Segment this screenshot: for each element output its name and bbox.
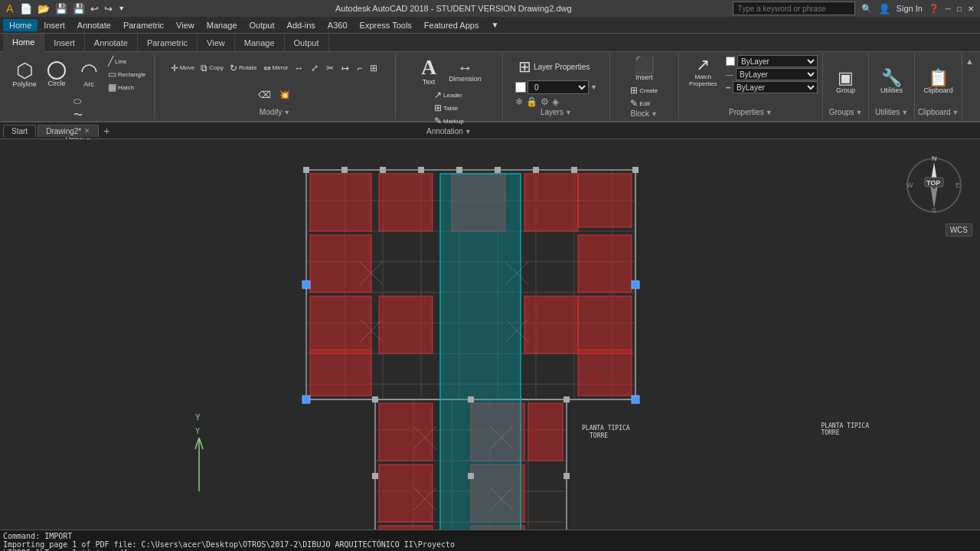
close-drawing-tab[interactable]: ✕ [84, 127, 90, 135]
menu-express-tools[interactable]: Express Tools [354, 19, 418, 31]
hatch-btn[interactable]: ▦Hatch [106, 81, 148, 93]
erase-btn[interactable]: ⌫ [256, 89, 275, 101]
menu-annotate[interactable]: Annotate [71, 19, 117, 31]
copy-btn[interactable]: ⧉Copy [198, 62, 226, 74]
fillet-btn[interactable]: ⌐ [354, 62, 366, 74]
match-properties-btn[interactable]: ↗ Match Properties [684, 55, 724, 89]
scale-btn[interactable]: ⤢ [309, 62, 322, 74]
minimize-btn[interactable]: ─ [946, 5, 951, 13]
add-drawing-tab[interactable]: + [100, 125, 113, 137]
layer-state-icon[interactable]: ⚙ [541, 96, 549, 107]
group-btn[interactable]: ▣ Group [831, 68, 861, 96]
menu-output[interactable]: Output [243, 19, 281, 31]
properties-chevron[interactable]: ▼ [766, 109, 773, 116]
mirror-btn[interactable]: ⇔Mirror [261, 62, 291, 74]
block-label[interactable]: Block [631, 109, 649, 118]
extend-btn[interactable]: ↦ [339, 62, 353, 74]
annotation-label[interactable]: Annotation [426, 127, 463, 135]
modify-label[interactable]: Modify [260, 108, 282, 116]
tab-insert[interactable]: Insert [44, 34, 85, 51]
annotation-chevron[interactable]: ▼ [465, 128, 472, 135]
utilities-btn[interactable]: 🔧 Utilities [877, 68, 907, 96]
drawing2-tab[interactable]: Drawing2* ✕ [38, 125, 99, 137]
line-btn[interactable]: ╱Line [106, 55, 148, 67]
stretch-btn[interactable]: ↔ [292, 62, 307, 74]
tab-output[interactable]: Output [285, 34, 329, 51]
layers-chevron[interactable]: ▼ [565, 109, 572, 116]
ellipse-btn[interactable]: ⬭ [71, 95, 87, 107]
menu-addins[interactable]: Add-ins [281, 19, 322, 31]
command-line-2: Importing page 1 of PDF file: C:\Users\a… [3, 540, 977, 549]
explode-btn[interactable]: 💥 [276, 89, 294, 101]
menu-parametric[interactable]: Parametric [117, 19, 170, 31]
color-dropdown[interactable]: ByLayer [737, 55, 818, 67]
tab-annotate[interactable]: Annotate [85, 34, 138, 51]
utilities-label[interactable]: Utilities [875, 108, 900, 116]
close-btn[interactable]: ✕ [968, 5, 974, 13]
tab-parametric[interactable]: Parametric [138, 34, 198, 51]
layer-properties-btn[interactable]: ⊞ Layer Properties [515, 56, 593, 77]
maximize-btn[interactable]: □ [957, 5, 962, 13]
menu-insert[interactable]: Insert [38, 19, 71, 31]
menu-home[interactable]: Home [3, 19, 38, 31]
clipboard-chevron[interactable]: ▼ [952, 109, 959, 116]
table-btn[interactable]: ⊞Table [432, 102, 466, 114]
drawing-canvas[interactable] [0, 139, 980, 530]
undo-btn[interactable]: ↩ [89, 3, 100, 15]
signin-btn[interactable]: Sign In [897, 4, 923, 13]
saveas-btn[interactable]: 💾 [71, 3, 87, 15]
utilities-chevron[interactable]: ▼ [901, 109, 908, 116]
clipboard-label[interactable]: Clipboard [918, 108, 951, 116]
color-row: ByLayer [726, 55, 818, 67]
polyline-btn[interactable]: ⬡ Polyline [9, 59, 40, 90]
search-icon[interactable]: 🔍 [861, 4, 872, 14]
array-btn[interactable]: ⊞ [368, 62, 381, 74]
groups-label[interactable]: Groups [829, 108, 854, 116]
tab-view[interactable]: View [198, 34, 235, 51]
tab-manage[interactable]: Manage [235, 34, 285, 51]
trim-btn[interactable]: ✂ [324, 62, 338, 74]
mleader-btn[interactable]: ↗Leader [432, 89, 466, 101]
layers-label[interactable]: Layers [541, 108, 564, 116]
layer-dropdown[interactable]: 0 [528, 80, 589, 94]
menu-featured-apps[interactable]: Featured Apps [418, 19, 485, 31]
redo-btn[interactable]: ↪ [103, 3, 114, 15]
qat-dropdown[interactable]: ▼ [116, 5, 126, 12]
create-block-btn[interactable]: ⊞Create [628, 84, 660, 96]
layer-more-icon[interactable]: ◈ [552, 96, 559, 107]
properties-label[interactable]: Properties [729, 108, 764, 116]
block-chevron[interactable]: ▼ [651, 110, 658, 118]
text-btn[interactable]: A Text [413, 55, 444, 87]
groups-chevron[interactable]: ▼ [856, 109, 863, 116]
insert-btn[interactable]: ⬛ Insert [629, 55, 659, 83]
keyword-search[interactable] [733, 2, 855, 15]
dimension-btn[interactable]: ↔ Dimension [446, 58, 485, 84]
linetype-dropdown[interactable]: ByLayer [736, 68, 818, 80]
arc-btn[interactable]: ◠ Arc [74, 59, 104, 90]
circle-btn[interactable]: Circle [41, 60, 72, 89]
menu-view[interactable]: View [170, 19, 201, 31]
save-btn[interactable]: 💾 [54, 3, 69, 15]
freeze-icon[interactable]: ❄ [515, 96, 523, 107]
lock-icon[interactable]: 🔒 [526, 96, 537, 107]
layer-dropdown-arrow[interactable]: ▼ [590, 83, 597, 91]
drawing-area[interactable]: [2D Wireframe] PLANTA TIPICATORRE N S W … [0, 139, 980, 530]
open-btn[interactable]: 📂 [36, 3, 51, 15]
markup-btn[interactable]: ✎Markup [432, 115, 466, 127]
tab-home[interactable]: Home [3, 34, 44, 52]
blockeditor-btn[interactable]: ✎Edit [628, 97, 660, 109]
rect-btn[interactable]: ▭Rectangle [106, 68, 148, 80]
help-btn[interactable]: ❓ [929, 4, 939, 14]
new-btn[interactable]: 📄 [18, 3, 34, 15]
lineweight-dropdown[interactable]: ByLayer [733, 81, 818, 93]
start-tab[interactable]: Start [3, 125, 36, 137]
rotate-btn[interactable]: ↻Rotate [227, 62, 260, 74]
modify-chevron[interactable]: ▼ [283, 109, 290, 116]
menu-more[interactable]: ▼ [485, 19, 505, 31]
move-btn[interactable]: ✛Move [168, 62, 198, 74]
collapse-ribbon-btn[interactable]: ▲ [962, 54, 977, 69]
menu-a360[interactable]: A360 [322, 19, 354, 31]
clipboard-btn[interactable]: 📋 Clipboard [920, 68, 956, 96]
menu-manage[interactable]: Manage [201, 19, 243, 31]
spline-btn[interactable]: 〜 [71, 108, 87, 122]
